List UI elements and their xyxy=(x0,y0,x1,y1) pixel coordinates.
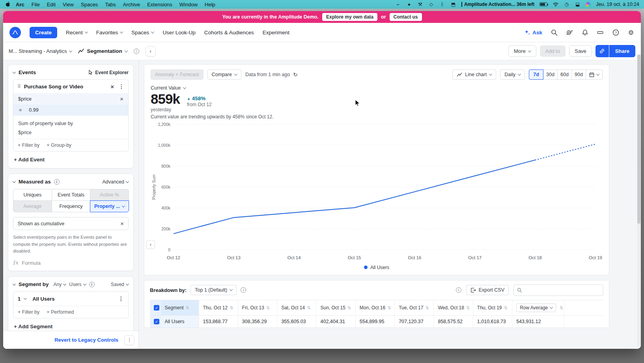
measure-property-sum[interactable]: Property ... xyxy=(90,200,129,212)
menu-extensions[interactable]: Extensions xyxy=(144,2,176,7)
table-search-input[interactable] xyxy=(525,287,600,293)
event-property-row[interactable]: $price × xyxy=(13,93,128,105)
sort-icon[interactable]: ⇅ xyxy=(560,305,563,310)
siri-icon[interactable] xyxy=(586,2,591,7)
explore-data-button[interactable]: Explore my own data xyxy=(322,13,377,21)
breakdown-info-icon[interactable]: i xyxy=(241,287,246,293)
current-value-dropdown[interactable]: Current Value xyxy=(151,85,603,91)
export-csv-button[interactable]: Export CSV xyxy=(466,285,509,295)
apple-menu-icon[interactable] xyxy=(5,2,11,7)
nav-favorites[interactable]: Favorites xyxy=(96,30,123,36)
space-selector[interactable]: M... Streaming - Analytics xyxy=(9,48,72,54)
search-icon[interactable] xyxy=(551,29,558,36)
menu-arc[interactable]: Arc xyxy=(12,2,28,7)
segment-info-icon[interactable]: i xyxy=(89,282,95,287)
menu-edit[interactable]: Edit xyxy=(43,2,59,7)
breakdown-dropdown[interactable]: Top 1 (Default) xyxy=(190,285,237,295)
create-button[interactable]: Create xyxy=(30,27,57,38)
chart-type-selector[interactable]: Segmentation xyxy=(78,48,127,54)
segment-any-dropdown[interactable]: Any xyxy=(54,282,66,287)
collapse-events-icon[interactable] xyxy=(13,70,16,73)
nav-cohorts-audiences[interactable]: Cohorts & Audiences xyxy=(204,30,254,36)
row-checkbox[interactable]: ✓ xyxy=(154,319,159,324)
page-scrollbar[interactable] xyxy=(637,54,640,346)
save-button[interactable]: Save xyxy=(569,45,592,57)
revert-legacy-link[interactable]: Revert to Legacy Controls xyxy=(54,337,118,343)
measured-as-info-icon[interactable]: i xyxy=(54,179,60,185)
select-all-checkbox[interactable]: ✓ xyxy=(154,305,159,311)
copy-link-button[interactable] xyxy=(595,45,609,57)
measure-frequency[interactable]: Frequency xyxy=(52,200,91,212)
row-average-dropdown[interactable]: Row Average xyxy=(516,303,556,312)
info-icon[interactable]: i xyxy=(134,49,139,54)
display-icon[interactable]: ⬒ xyxy=(450,2,456,7)
cumulative-chip[interactable]: Shown as cumulative × xyxy=(13,217,129,230)
range-30d[interactable]: 30d xyxy=(543,69,558,80)
snail-icon[interactable] xyxy=(566,29,573,36)
range-90d[interactable]: 90d xyxy=(571,69,586,80)
more-button[interactable]: More xyxy=(508,45,536,57)
drag-handle-icon[interactable]: ⠿ xyxy=(17,84,21,89)
segment-name[interactable]: All Users xyxy=(32,296,54,302)
nav-recent[interactable]: Recent xyxy=(66,30,88,36)
sort-icon[interactable]: ⇅ xyxy=(347,305,351,310)
line-chart[interactable]: 0200k400k600k800k1,000k1,200kOct 12Oct 1… xyxy=(151,120,603,262)
refresh-icon[interactable]: ↻ xyxy=(293,71,298,78)
timer-status[interactable]: Amplitude Activation... 36m left xyxy=(461,2,534,7)
measure-event-totals[interactable]: Event Totals xyxy=(52,189,91,201)
menu-view[interactable]: View xyxy=(59,2,77,7)
table-search[interactable] xyxy=(513,284,603,296)
sort-icon[interactable]: ⇅ xyxy=(230,305,233,310)
collapse-sidebar-button[interactable]: ‹ xyxy=(146,46,156,56)
chart-legend[interactable]: All Users xyxy=(151,264,603,273)
date-picker-button[interactable] xyxy=(586,69,603,80)
ask-button[interactable]: Ask xyxy=(525,30,542,36)
event-group-by-button[interactable]: + Group-by xyxy=(47,142,71,148)
sort-icon[interactable]: ⇅ xyxy=(266,305,270,310)
anomaly-forecast-button[interactable]: Anomaly + Forecast xyxy=(151,69,203,80)
range-7d[interactable]: 7d xyxy=(529,69,543,80)
contact-us-button[interactable]: Contact us xyxy=(390,13,422,21)
event-filter-by-button[interactable]: + Filter by xyxy=(18,142,39,148)
menu-window[interactable]: Window xyxy=(176,2,201,7)
nav-experiment[interactable]: Experiment xyxy=(263,30,289,36)
event-explorer-button[interactable]: Event Explorer xyxy=(88,70,129,75)
chart-scroll-left-button[interactable]: ‹ xyxy=(146,240,155,249)
row-segment-cell[interactable]: All Users xyxy=(161,315,199,327)
menu-file[interactable]: File xyxy=(28,2,43,7)
menu-help[interactable]: Help xyxy=(201,2,219,7)
wifi-icon[interactable] xyxy=(553,2,558,7)
app-record-icon[interactable]: ● xyxy=(406,2,412,7)
sort-icon[interactable]: ⇅ xyxy=(425,305,429,310)
sort-icon[interactable]: ⇅ xyxy=(387,305,391,310)
range-60d[interactable]: 60d xyxy=(557,69,572,80)
segment-expand-icon[interactable] xyxy=(24,296,27,299)
event-options-button[interactable]: ⋮ xyxy=(119,83,124,90)
remove-cumulative-button[interactable]: × xyxy=(120,221,124,226)
menu-archive[interactable]: Archive xyxy=(119,2,144,7)
measure-uniques[interactable]: Uniques xyxy=(13,189,52,201)
add-to-button[interactable]: Add to xyxy=(540,45,566,57)
add-segment-button[interactable]: + Add Segment xyxy=(14,324,128,329)
people-icon[interactable]: ⚒ xyxy=(417,2,423,7)
bluetooth-icon[interactable]: ᛒ xyxy=(439,2,445,7)
measure-active-pct[interactable]: Active % xyxy=(90,189,129,201)
menu-tabs[interactable]: Tabs xyxy=(101,2,119,7)
granularity-dropdown[interactable]: Daily xyxy=(500,69,525,80)
help-icon[interactable]: ? xyxy=(612,29,619,36)
measure-property[interactable]: $price xyxy=(18,128,123,137)
add-event-button[interactable]: + Add Event xyxy=(14,157,128,163)
compare-button[interactable]: Compare xyxy=(207,69,241,80)
segment-options-button[interactable]: ⋮ xyxy=(118,296,124,302)
clock-icon[interactable]: ◷ xyxy=(564,2,569,7)
share-button[interactable]: Share xyxy=(609,45,635,57)
sort-icon[interactable]: ⇅ xyxy=(504,305,508,310)
sort-icon[interactable]: ⇅ xyxy=(466,305,470,310)
amplitude-logo[interactable] xyxy=(9,27,21,38)
chart-type-dropdown[interactable]: Line chart xyxy=(452,69,496,80)
property-operator-row[interactable]: = 0.99 xyxy=(13,105,128,116)
saved-dropdown[interactable]: Saved xyxy=(111,282,129,287)
menubar-clock[interactable]: Jeu. 19 oct. à 10:24 xyxy=(596,2,639,7)
segment-users-dropdown[interactable]: Users xyxy=(69,282,86,287)
table-info-icon[interactable]: i xyxy=(456,287,461,293)
